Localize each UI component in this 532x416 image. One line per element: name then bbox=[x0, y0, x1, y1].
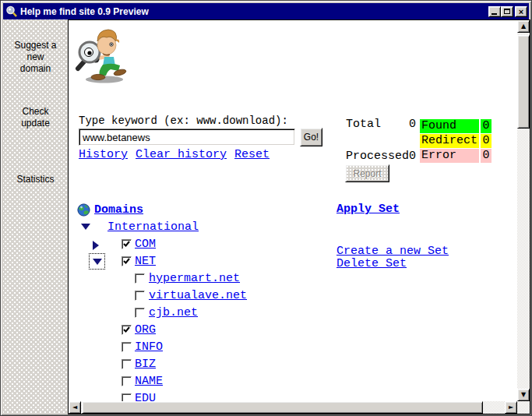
go-button[interactable]: Go! bbox=[300, 128, 322, 146]
check-icon bbox=[122, 326, 131, 334]
sidebar-item-suggest-domain[interactable]: Suggest a new domain bbox=[3, 40, 68, 75]
maximize-button[interactable] bbox=[501, 6, 513, 17]
status-label-error: Error bbox=[420, 149, 479, 163]
tree-row: virtualave.net bbox=[69, 287, 396, 305]
page-content: Type keyword (ex: www.download): Go! His… bbox=[69, 20, 517, 401]
check-icon bbox=[122, 240, 131, 249]
checkbox-net[interactable] bbox=[122, 256, 132, 266]
tree-link-info[interactable]: INFO bbox=[135, 340, 163, 354]
sidebar-item-check-update[interactable]: Check update bbox=[3, 106, 68, 129]
sidebar: Suggest a new domain Check update Statis… bbox=[3, 19, 68, 413]
horizontal-scroll-thumb[interactable] bbox=[82, 401, 483, 414]
status-row: Found0 bbox=[420, 119, 491, 133]
globe-icon bbox=[77, 203, 90, 217]
tree-row: hypermart.net bbox=[69, 270, 396, 287]
tree-link-net[interactable]: NET bbox=[135, 255, 156, 268]
tree-link-cjb-net[interactable]: cjb.net bbox=[149, 306, 198, 319]
checkbox-biz[interactable] bbox=[122, 359, 132, 369]
checkbox-com[interactable] bbox=[122, 239, 132, 249]
app-window: Help me find site 0.9 Preview × Suggest … bbox=[0, 0, 532, 416]
tree-row: INFO bbox=[69, 339, 396, 356]
status-label-redirect: Redirect bbox=[420, 134, 479, 148]
maximize-icon bbox=[504, 9, 510, 14]
tree-link-domains[interactable]: Domains bbox=[94, 203, 143, 217]
window-controls: × bbox=[488, 6, 527, 17]
domain-tree: Domains InternationalCOMNEThypermart.net… bbox=[69, 202, 396, 401]
horizontal-scrollbar[interactable]: ◄ ► bbox=[69, 401, 517, 414]
checkbox-cjb-net[interactable] bbox=[135, 308, 145, 318]
processed-value: 0 bbox=[396, 150, 416, 163]
checkbox-virtualave-net[interactable] bbox=[135, 291, 145, 301]
status-label-found: Found bbox=[420, 119, 479, 133]
create-set-link[interactable]: Create a new Set bbox=[336, 245, 449, 258]
tree-row: International bbox=[69, 219, 396, 236]
clear-history-link[interactable]: Clear history bbox=[136, 148, 227, 161]
keyword-label: Type keyword (ex: www.download): bbox=[79, 115, 288, 127]
tree-link-hypermart-net[interactable]: hypermart.net bbox=[149, 272, 240, 285]
total-value: 0 bbox=[396, 118, 416, 131]
status-table: Found0Redirect0Error0 bbox=[420, 119, 491, 164]
checkbox-edu[interactable] bbox=[122, 393, 132, 401]
check-icon bbox=[122, 257, 131, 266]
checkbox-name[interactable] bbox=[122, 376, 132, 386]
close-button[interactable]: × bbox=[515, 6, 527, 17]
checkbox-org[interactable] bbox=[122, 325, 132, 335]
checkbox-info[interactable] bbox=[122, 342, 132, 352]
keyword-input[interactable] bbox=[79, 129, 295, 146]
tree-row: cjb.net bbox=[69, 305, 396, 322]
scroll-left-button[interactable]: ◄ bbox=[69, 401, 81, 414]
tree-link-org[interactable]: ORG bbox=[135, 323, 156, 337]
report-button[interactable]: Report bbox=[345, 164, 389, 182]
status-row: Error0 bbox=[420, 149, 491, 163]
history-link[interactable]: History bbox=[79, 148, 128, 161]
tree-link-virtualave-net[interactable]: virtualave.net bbox=[149, 289, 247, 302]
minimize-button[interactable] bbox=[488, 6, 501, 17]
vertical-scroll-thumb[interactable] bbox=[517, 35, 530, 129]
checkbox-hypermart-net[interactable] bbox=[135, 273, 145, 284]
scroll-right-button[interactable]: ► bbox=[505, 401, 517, 414]
status-value-redirect: 0 bbox=[481, 134, 491, 148]
sidebar-item-statistics[interactable]: Statistics bbox=[3, 174, 68, 185]
status-row: Redirect0 bbox=[420, 134, 491, 148]
minimize-icon bbox=[491, 13, 497, 15]
vertical-scrollbar[interactable]: ▲ ▼ bbox=[517, 20, 530, 401]
tree-row: NAME bbox=[69, 373, 396, 390]
status-value-found: 0 bbox=[481, 119, 491, 133]
apply-set-link[interactable]: Apply Set bbox=[336, 203, 400, 216]
collapse-arrow-icon[interactable] bbox=[93, 259, 102, 265]
boy-with-magnifying-glass-image bbox=[75, 23, 129, 85]
collapse-arrow-icon[interactable] bbox=[81, 224, 90, 230]
scrollbar-corner bbox=[517, 401, 530, 414]
scroll-down-button[interactable]: ▼ bbox=[517, 389, 530, 401]
focused-arrow-box[interactable] bbox=[89, 253, 105, 270]
tree-row: EDU bbox=[69, 390, 396, 401]
tree-link-name[interactable]: NAME bbox=[135, 375, 163, 388]
expand-arrow-icon[interactable] bbox=[93, 241, 99, 250]
scroll-up-button[interactable]: ▲ bbox=[517, 20, 530, 33]
total-label: Total bbox=[346, 118, 381, 131]
tree-row: BIZ bbox=[69, 356, 396, 373]
tree-link-international[interactable]: International bbox=[107, 220, 199, 234]
reset-link[interactable]: Reset bbox=[234, 148, 270, 161]
tree-link-biz[interactable]: BIZ bbox=[135, 358, 156, 371]
magnifier-app-icon bbox=[5, 5, 18, 18]
tree-row: ORG bbox=[69, 322, 396, 339]
delete-set-link[interactable]: Delete Set bbox=[336, 257, 407, 270]
titlebar: Help me find site 0.9 Preview × bbox=[3, 3, 529, 19]
tree-link-edu[interactable]: EDU bbox=[135, 392, 156, 401]
status-value-error: 0 bbox=[481, 149, 491, 163]
history-links: HistoryClear historyReset bbox=[79, 148, 277, 161]
content-frame: Type keyword (ex: www.download): Go! His… bbox=[68, 19, 530, 414]
window-title: Help me find site 0.9 Preview bbox=[20, 6, 488, 17]
tree-link-com[interactable]: COM bbox=[135, 238, 156, 251]
